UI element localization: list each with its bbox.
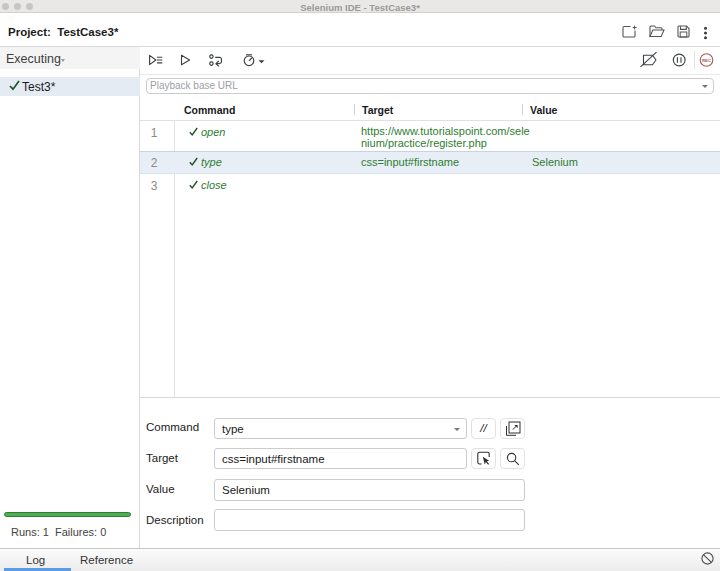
svg-text:REC: REC [702, 58, 711, 63]
